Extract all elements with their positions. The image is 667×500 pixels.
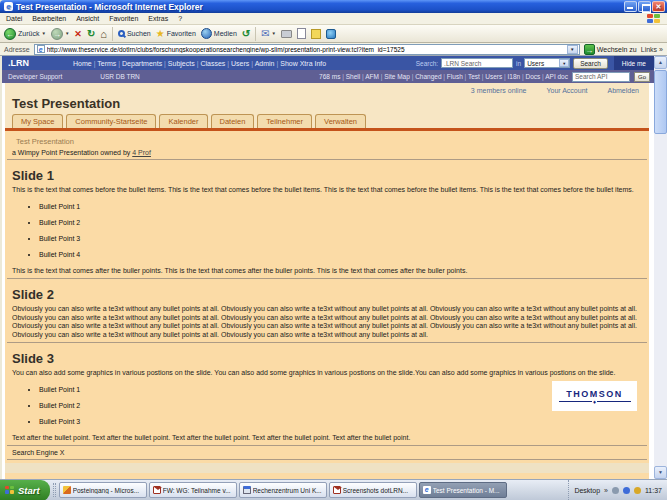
maximize-button[interactable] xyxy=(638,1,651,12)
nav-departments[interactable]: Departments xyxy=(122,60,168,67)
vertical-scrollbar[interactable]: ▲ ▼ xyxy=(654,56,667,479)
quick-launch-handle[interactable] xyxy=(53,483,56,497)
tab-teilnehmer[interactable]: Teilnehmer xyxy=(257,114,312,128)
refresh-button[interactable]: ↻ xyxy=(87,28,95,39)
dev-flush[interactable]: Flush xyxy=(447,73,468,80)
back-button[interactable]: ← Zurück ▼ xyxy=(4,28,46,40)
scroll-down-icon[interactable]: ▼ xyxy=(654,466,667,479)
nav-home[interactable]: Home xyxy=(73,60,97,67)
scrollbar-thumb[interactable] xyxy=(654,70,667,134)
nav-show-xtra-info[interactable]: Show Xtra Info xyxy=(280,60,326,67)
dev-users[interactable]: Users xyxy=(485,73,507,80)
minimize-button[interactable] xyxy=(624,1,637,12)
search-button[interactable]: Suchen xyxy=(118,30,151,37)
dev-docs[interactable]: Docs xyxy=(525,73,545,80)
nav-terms[interactable]: Terms xyxy=(97,60,122,67)
mail-button[interactable]: ✉ ▼ xyxy=(261,28,276,39)
address-input[interactable] xyxy=(47,46,565,53)
back-dropdown-icon[interactable]: ▼ xyxy=(41,31,45,36)
toolbar-separator xyxy=(112,27,113,41)
menu-bearbeiten[interactable]: Bearbeiten xyxy=(32,15,66,22)
nav-classes[interactable]: Classes xyxy=(200,60,231,67)
ie-page-icon: e xyxy=(37,45,45,53)
search-scope-select[interactable]: Users ▼ xyxy=(524,58,570,68)
forward-dropdown-icon[interactable]: ▼ xyxy=(65,31,69,36)
desktop-toolbar-label[interactable]: Desktop xyxy=(574,487,600,494)
lrn-logo[interactable]: .LRN xyxy=(8,58,29,68)
ie-icon: e xyxy=(423,486,431,494)
menu-favoriten[interactable]: Favoriten xyxy=(109,15,138,22)
slide-2-body-text: Obviously you can also write a te3xt wit… xyxy=(12,305,641,339)
menu-help[interactable]: ? xyxy=(178,15,182,22)
go-button[interactable]: → Wechseln zu xyxy=(584,44,637,55)
tab-dateien[interactable]: Dateien xyxy=(211,114,255,128)
menu-extras[interactable]: Extras xyxy=(148,15,168,22)
dev-afm[interactable]: AFM xyxy=(365,73,384,80)
start-button[interactable]: Start xyxy=(0,480,50,500)
logout-link[interactable]: Abmelden xyxy=(607,87,639,94)
nav-users[interactable]: Users xyxy=(231,60,255,67)
task-posteingang[interactable]: Posteingang - Micros... xyxy=(59,482,147,498)
scope-value: Users xyxy=(525,60,559,67)
task-buttons: Posteingang - Micros... FW: WG: Teilnahm… xyxy=(59,482,507,498)
dev-shell[interactable]: Shell xyxy=(346,73,365,80)
task-screenshots-dotlrn[interactable]: Screenshots dotLRN... xyxy=(329,482,417,498)
owner-prefix: a Wimpy Point Presentation owned by xyxy=(12,149,130,156)
nav-subjects[interactable]: Subjects xyxy=(168,60,201,67)
tray-icon[interactable] xyxy=(623,487,630,494)
menu-datei[interactable]: Datei xyxy=(6,15,22,22)
lrn-search-button[interactable]: Search xyxy=(573,58,608,69)
hide-me-link[interactable]: Hide me xyxy=(614,56,654,70)
dev-changed[interactable]: Changed xyxy=(415,73,447,80)
tab-verwalten[interactable]: Verwalten xyxy=(315,114,366,128)
nav-admin[interactable]: Admin xyxy=(255,60,281,67)
start-label: Start xyxy=(18,485,40,496)
dev-timing[interactable]: 768 ms xyxy=(319,73,346,80)
thomson-logo-rule: ♦ xyxy=(559,400,631,404)
tab-my-space[interactable]: My Space xyxy=(12,114,63,128)
media-button[interactable]: Medien xyxy=(201,28,237,39)
address-dropdown-icon[interactable]: ▼ xyxy=(567,45,578,54)
tray-icon[interactable] xyxy=(612,487,619,494)
tray-chevron-icon[interactable]: » xyxy=(604,487,608,494)
dev-i18n[interactable]: I18n xyxy=(507,73,525,80)
owner-link[interactable]: 4 Prof xyxy=(132,149,151,156)
discuss-button[interactable] xyxy=(311,29,321,39)
discuss-icon xyxy=(311,29,321,39)
menu-ansicht[interactable]: Ansicht xyxy=(76,15,99,22)
your-account-link[interactable]: Your Account xyxy=(546,87,587,94)
links-toolbar[interactable]: Links » xyxy=(641,46,663,53)
dev-test[interactable]: Test xyxy=(468,73,485,80)
home-button[interactable]: ⌂ xyxy=(100,28,107,40)
mail-dropdown-icon[interactable]: ▼ xyxy=(272,31,276,36)
lrn-search-input[interactable] xyxy=(441,58,513,68)
divider xyxy=(7,342,647,343)
tab-community-startseite[interactable]: Community-Startseite xyxy=(66,114,156,128)
scroll-up-icon[interactable]: ▲ xyxy=(654,56,667,69)
favorites-button[interactable]: ★ Favoriten xyxy=(156,28,196,39)
mode-flags: USR DB TRN xyxy=(100,73,140,80)
print-button[interactable] xyxy=(281,30,292,38)
tray-icon[interactable] xyxy=(634,487,641,494)
tab-kalender[interactable]: Kalender xyxy=(159,114,207,128)
developer-support-label[interactable]: Developer Support xyxy=(8,73,62,80)
slide-3-after-text: Text after the bullet point. Text after … xyxy=(12,434,641,443)
task-fw-wg-teilnahme[interactable]: FW: WG: Teilnahme v... xyxy=(149,482,237,498)
ie-app-icon: e xyxy=(4,2,13,11)
dev-api-doc[interactable]: API doc xyxy=(545,73,568,80)
dev-site-map[interactable]: Site Map xyxy=(384,73,415,80)
members-online-text: 3 members online xyxy=(471,87,527,94)
menu-bar: Datei Bearbeiten Ansicht Favoriten Extra… xyxy=(0,13,667,25)
stop-button[interactable]: ✕ xyxy=(74,29,82,39)
edit-button[interactable] xyxy=(297,28,306,39)
api-go-button[interactable]: Go xyxy=(634,72,650,82)
messenger-button[interactable] xyxy=(326,29,336,39)
history-button[interactable]: ↺ xyxy=(242,28,250,39)
task-test-presentation[interactable]: e Test Presentation - M... xyxy=(419,482,507,498)
forward-button[interactable]: → ▼ xyxy=(51,28,69,40)
messenger-icon xyxy=(326,29,336,39)
task-label: Posteingang - Micros... xyxy=(73,487,139,494)
close-button[interactable]: ✕ xyxy=(652,1,665,12)
task-rechenzentrum[interactable]: Rechenzentrum Uni K... xyxy=(239,482,327,498)
api-search-input[interactable] xyxy=(572,72,630,82)
